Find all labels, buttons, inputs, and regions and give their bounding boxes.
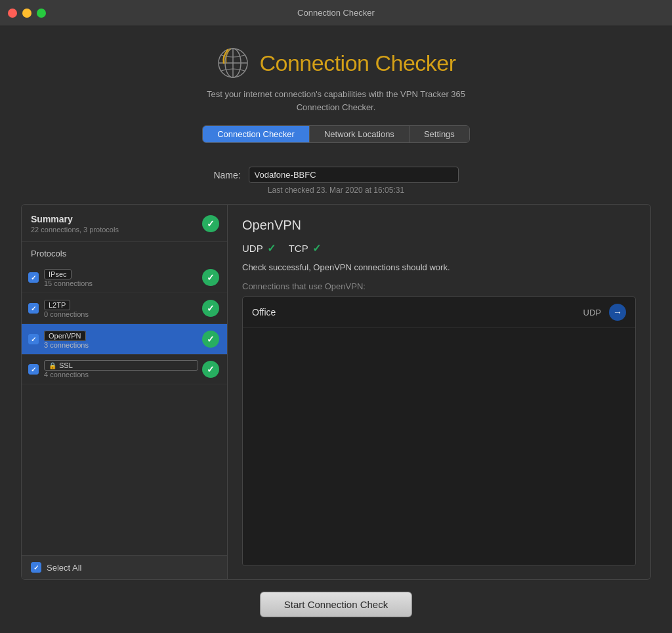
- name-label: Name:: [213, 170, 240, 180]
- tab-settings[interactable]: Settings: [410, 126, 469, 142]
- last-checked: Last checked 23. Mar 2020 at 16:05:31: [268, 186, 404, 195]
- minimize-button[interactable]: [22, 9, 32, 18]
- main-content: Connection Checker Test your internet co…: [0, 26, 672, 633]
- protocol-item-ipsec[interactable]: IPsec 15 connections: [22, 262, 227, 293]
- l2tp-connections: 0 connections: [44, 310, 202, 318]
- traffic-lights: [8, 9, 46, 18]
- openvpn-info: OpenVPN 3 connections: [44, 329, 202, 349]
- ssl-checkbox[interactable]: [28, 364, 39, 375]
- select-all-checkbox[interactable]: [31, 562, 41, 573]
- name-row: Name:: [213, 167, 458, 183]
- ssl-info: 🔒 SSL 4 connections: [44, 360, 202, 378]
- summary-check-icon: [202, 215, 219, 232]
- connections-table: Office UDP →: [242, 296, 636, 566]
- openvpn-checkbox[interactable]: [28, 334, 39, 344]
- tcp-label: TCP: [289, 243, 308, 254]
- tcp-check-icon: ✓: [312, 242, 321, 255]
- name-input[interactable]: [249, 167, 459, 183]
- ipsec-badge: IPsec: [44, 269, 72, 279]
- protocol-item-l2tp[interactable]: L2TP 0 connections: [22, 293, 227, 324]
- tab-connection-checker[interactable]: Connection Checker: [203, 126, 310, 142]
- tabs: Connection Checker Network Locations Set…: [202, 125, 470, 143]
- l2tp-checkbox[interactable]: [28, 303, 39, 314]
- tcp-status: TCP ✓: [289, 242, 321, 255]
- bottom-bar: Start Connection Check: [260, 580, 412, 633]
- ipsec-info: IPsec 15 connections: [44, 268, 202, 287]
- right-panel-title: OpenVPN: [242, 218, 636, 233]
- protocol-status-row: UDP ✓ TCP ✓: [242, 242, 636, 255]
- left-panel: Summary 22 connections, 3 protocols Prot…: [21, 204, 228, 580]
- right-panel: OpenVPN UDP ✓ TCP ✓ Check successful, Op…: [228, 204, 651, 580]
- protocol-item-openvpn[interactable]: OpenVPN 3 connections: [22, 324, 227, 355]
- close-button[interactable]: [8, 9, 17, 18]
- ipsec-status-icon: [202, 269, 219, 286]
- l2tp-status-icon: [202, 300, 219, 317]
- panels: Summary 22 connections, 3 protocols Prot…: [21, 204, 651, 580]
- status-message: Check successful, OpenVPN connections sh…: [242, 262, 636, 272]
- select-all-label: Select All: [47, 563, 81, 573]
- subtitle: Test your internet connection's capabili…: [198, 88, 474, 113]
- l2tp-badge: L2TP: [44, 300, 70, 310]
- udp-label: UDP: [242, 243, 263, 254]
- connection-arrow-icon[interactable]: →: [609, 304, 626, 321]
- openvpn-badge: OpenVPN: [44, 331, 86, 341]
- summary-text: Summary 22 connections, 3 protocols: [31, 214, 119, 234]
- connection-name: Office: [252, 307, 583, 317]
- ssl-icon: 🔒: [49, 362, 56, 369]
- openvpn-connections: 3 connections: [44, 341, 202, 349]
- ssl-status-icon: [202, 361, 219, 378]
- l2tp-info: L2TP 0 connections: [44, 298, 202, 318]
- protocol-item-ssl[interactable]: 🔒 SSL 4 connections: [22, 355, 227, 384]
- connections-label: Connections that use OpenVPN:: [242, 281, 636, 291]
- connection-protocol: UDP: [583, 308, 601, 317]
- ssl-connections: 4 connections: [44, 371, 202, 378]
- app-title: Connection Checker: [259, 51, 455, 76]
- udp-status: UDP ✓: [242, 242, 276, 255]
- tab-network-locations[interactable]: Network Locations: [310, 126, 410, 142]
- udp-check-icon: ✓: [267, 242, 276, 255]
- ipsec-checkbox[interactable]: [28, 272, 39, 283]
- left-panel-spacer: [22, 384, 227, 555]
- ipsec-connections: 15 connections: [44, 279, 202, 287]
- openvpn-status-icon: [202, 331, 219, 348]
- summary-title: Summary: [31, 214, 119, 224]
- globe-icon: [216, 46, 250, 80]
- start-connection-check-button[interactable]: Start Connection Check: [260, 592, 412, 617]
- ssl-badge: 🔒 SSL: [44, 360, 198, 371]
- titlebar: Connection Checker: [0, 0, 672, 26]
- summary-description: 22 connections, 3 protocols: [31, 226, 119, 234]
- connection-row[interactable]: Office UDP →: [243, 297, 635, 328]
- window-title: Connection Checker: [297, 8, 375, 18]
- select-all-row[interactable]: Select All: [22, 555, 227, 579]
- header: Connection Checker Test your internet co…: [198, 26, 474, 153]
- logo-row: Connection Checker: [216, 46, 455, 80]
- maximize-button[interactable]: [37, 9, 46, 18]
- summary-row: Summary 22 connections, 3 protocols: [22, 205, 227, 242]
- protocols-label: Protocols: [22, 242, 227, 262]
